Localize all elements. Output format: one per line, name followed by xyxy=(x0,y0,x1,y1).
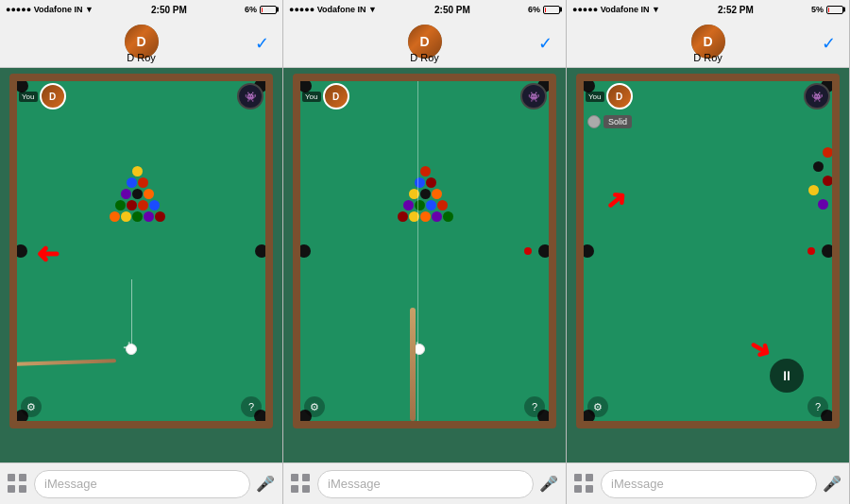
power-bar-2[interactable] xyxy=(293,213,297,289)
help-btn-3[interactable]: ? xyxy=(808,396,828,417)
mic-icon-2[interactable]: 🎤 xyxy=(539,475,558,494)
sball-3-3 xyxy=(823,147,833,158)
player-avatar-1: D xyxy=(40,83,66,109)
rack-ball-2-9 xyxy=(426,200,436,210)
pocket-mr-2 xyxy=(538,244,552,258)
chevron-icon-2[interactable]: ✓ xyxy=(538,33,552,54)
rack-ball-1-7 xyxy=(115,200,126,210)
solid-label-3: Solid xyxy=(604,115,632,128)
mic-icon-1[interactable]: 🎤 xyxy=(256,475,275,494)
question-icon-1: ? xyxy=(248,401,254,412)
battery-area-2: 6% xyxy=(528,5,560,14)
chat-header-3: D D Roy ✓ xyxy=(567,19,849,68)
rack-ball-2-6 xyxy=(432,189,442,199)
player-avatar-3: D xyxy=(606,83,633,109)
cue-stick-1 xyxy=(12,359,116,366)
help-btn-1[interactable]: ? xyxy=(241,396,262,417)
imessage-input-2[interactable]: iMessage xyxy=(317,470,534,498)
red-arrow-3-up: ➜ xyxy=(597,181,634,219)
pocket-mr-1 xyxy=(255,244,268,258)
imessage-placeholder-3: iMessage xyxy=(611,477,664,491)
game-area-2: You D 👾 xyxy=(283,68,566,462)
apps-dot-2 xyxy=(19,474,26,481)
apps-dot-3 xyxy=(8,485,15,493)
sball-3-13 xyxy=(818,199,828,210)
battery-icon-3 xyxy=(826,6,843,14)
bottom-bar-1: iMessage 🎤 xyxy=(0,462,282,504)
solid-ball-indicator-3 xyxy=(587,115,601,128)
battery-pct-3: 5% xyxy=(811,5,824,14)
game-area-3: You D 👾 Solid xyxy=(567,68,849,462)
settings-btn-1[interactable]: ⚙ xyxy=(21,396,42,417)
rack-ball-2-7 xyxy=(403,200,414,210)
battery-pct-2: 6% xyxy=(528,5,540,14)
sball-3-10 xyxy=(808,185,819,195)
pool-table-2[interactable]: You D 👾 xyxy=(293,74,556,428)
red-arrow-1: ➜ xyxy=(36,237,60,270)
player-avatar-2: D xyxy=(323,83,349,109)
pocket-ml-3 xyxy=(581,244,594,258)
opponent-avatar-3: 👾 xyxy=(804,83,830,109)
settings-btn-3[interactable]: ⚙ xyxy=(587,396,608,417)
play-pause-btn-3[interactable]: ⏸ xyxy=(770,359,804,393)
game-controls-2: ⚙ ? xyxy=(300,396,549,417)
imessage-input-3[interactable]: iMessage xyxy=(601,470,817,498)
panel-2: ●●●●● Vodafone IN ▼ 2:50 PM 6% D D Roy ✓ xyxy=(283,0,567,504)
time-2: 2:50 PM xyxy=(434,5,470,15)
solid-badge-3: Solid xyxy=(587,115,632,128)
player-badge-2: You D xyxy=(302,83,349,109)
aim-line-v-2 xyxy=(417,81,418,421)
apps-dot-8 xyxy=(302,485,310,493)
apps-icon-1[interactable] xyxy=(8,474,28,495)
contact-name-1[interactable]: D Roy xyxy=(127,52,156,63)
rack-ball-1-14 xyxy=(144,211,154,222)
gear-icon-3: ⚙ xyxy=(593,401,603,413)
battery-icon-2 xyxy=(543,6,560,14)
apps-dot-7 xyxy=(291,485,298,493)
apps-dot-4 xyxy=(19,485,26,493)
mic-icon-3[interactable]: 🎤 xyxy=(823,475,842,494)
rack-ball-1-15 xyxy=(155,211,165,222)
apps-dot-12 xyxy=(586,485,593,493)
rack-ball-1-6 xyxy=(144,189,154,199)
pool-table-inner-2: You D 👾 xyxy=(300,81,549,421)
settings-btn-2[interactable]: ⚙ xyxy=(304,396,325,417)
pocket-ml-2 xyxy=(298,244,311,258)
sball-3-12 xyxy=(832,194,840,205)
chat-header-1: D D Roy ✓ xyxy=(0,19,282,68)
pool-table-1[interactable]: You D 👾 xyxy=(9,74,273,428)
rack-ball-2-11 xyxy=(398,211,408,222)
rack-ball-1-2 xyxy=(127,177,137,188)
rack-ball-2-15 xyxy=(443,211,453,222)
sball-3-8 xyxy=(823,176,833,186)
bottom-bar-2: iMessage 🎤 xyxy=(283,462,566,504)
panel-1: ●●●●● Vodafone IN ▼ 2:50 PM 6% D D Roy ✓ xyxy=(0,0,283,504)
player-badge-1: You D xyxy=(19,83,66,109)
battery-pct-1: 6% xyxy=(245,5,257,14)
rack-ball-2-14 xyxy=(432,211,442,222)
carrier-1: ●●●●● Vodafone IN ▼ xyxy=(6,5,94,14)
red-arrow-3-down: ➜ xyxy=(742,329,776,367)
opponent-badge-1: 👾 xyxy=(237,83,264,109)
rack-ball-2-8 xyxy=(415,200,425,210)
chevron-icon-1[interactable]: ✓ xyxy=(255,33,269,54)
contact-name-3[interactable]: D Roy xyxy=(693,52,722,63)
you-label-1: You xyxy=(19,92,38,102)
apps-icon-3[interactable] xyxy=(574,474,595,495)
bottom-bar-3: iMessage 🎤 xyxy=(567,462,849,504)
rack-ball-2-2 xyxy=(415,177,425,188)
you-label-3: You xyxy=(586,92,604,102)
aim-cross-1: ✛ xyxy=(123,339,135,357)
opponent-badge-3: 👾 xyxy=(804,83,830,109)
gear-icon-1: ⚙ xyxy=(26,401,36,413)
apps-dot-6 xyxy=(302,474,310,481)
contact-name-2[interactable]: D Roy xyxy=(410,52,439,63)
sball-3-5 xyxy=(813,161,824,172)
help-btn-2[interactable]: ? xyxy=(524,396,545,417)
chevron-icon-3[interactable]: ✓ xyxy=(822,33,836,54)
status-bar-2: ●●●●● Vodafone IN ▼ 2:50 PM 6% xyxy=(283,0,566,19)
pool-table-3[interactable]: You D 👾 Solid xyxy=(576,74,840,428)
apps-icon-2[interactable] xyxy=(291,474,312,495)
imessage-input-1[interactable]: iMessage xyxy=(34,470,250,498)
time-3: 2:52 PM xyxy=(718,5,754,15)
